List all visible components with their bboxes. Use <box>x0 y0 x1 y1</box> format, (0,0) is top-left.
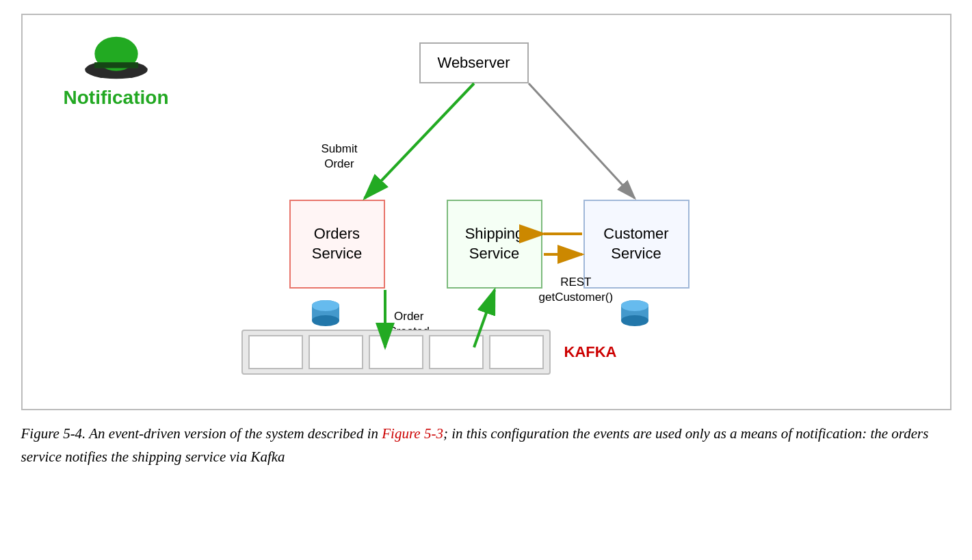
kafka-cell-5 <box>489 335 544 369</box>
caption-text-before: Figure 5-4. An event-driven version of t… <box>21 425 382 442</box>
customer-service-label: CustomerService <box>603 224 668 263</box>
notification-area: Notification <box>64 36 169 109</box>
svg-point-11 <box>621 300 648 311</box>
kafka-container: KAFKA <box>241 330 617 375</box>
notification-label: Notification <box>64 87 169 109</box>
svg-line-17 <box>365 83 474 198</box>
kafka-bar <box>241 330 551 375</box>
kafka-label: KAFKA <box>564 343 617 361</box>
caption-link[interactable]: Figure 5-3 <box>382 425 443 442</box>
orders-service-box: OrdersService <box>289 200 385 289</box>
shipping-service-box: ShippingService <box>447 200 542 289</box>
hat-icon <box>82 36 150 83</box>
db-orders-icon <box>308 299 343 332</box>
svg-point-6 <box>312 315 339 326</box>
kafka-cell-3 <box>369 335 423 369</box>
svg-line-18 <box>529 83 635 198</box>
diagram-container: Webserver Notification OrdersService Shi… <box>21 14 951 410</box>
kafka-cell-2 <box>308 335 363 369</box>
kafka-cell-1 <box>248 335 303 369</box>
svg-point-10 <box>621 315 648 326</box>
submit-order-label: SubmitOrder <box>321 142 358 172</box>
orders-service-label: OrdersService <box>312 224 362 263</box>
kafka-cell-4 <box>429 335 484 369</box>
db-customer-icon <box>618 299 652 332</box>
svg-rect-3 <box>94 62 137 68</box>
webserver-label: Webserver <box>438 54 510 72</box>
webserver-box: Webserver <box>419 42 529 83</box>
caption: Figure 5-4. An event-driven version of t… <box>21 423 951 468</box>
rest-label: RESTgetCustomer() <box>539 275 614 305</box>
shipping-service-label: ShippingService <box>465 224 524 263</box>
svg-point-7 <box>312 300 339 311</box>
